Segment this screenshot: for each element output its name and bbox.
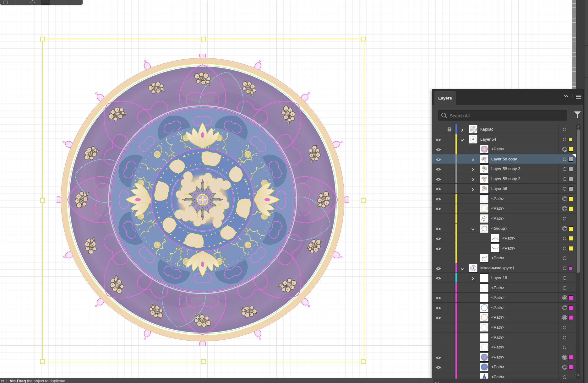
layer-name-label[interactable]: Layer 58 copy 2	[491, 176, 520, 181]
scroll-up-icon[interactable]: ˄	[577, 125, 580, 128]
layer-name-label[interactable]: <Path>	[502, 246, 515, 251]
lock-toggle[interactable]	[445, 362, 455, 372]
selection-color-chip[interactable]	[569, 246, 573, 251]
layer-thumbnail[interactable]	[480, 343, 489, 352]
layer-name-label[interactable]: <Path>	[491, 206, 504, 211]
visibility-toggle[interactable]	[432, 233, 445, 243]
search-input[interactable]	[449, 111, 564, 120]
layer-row[interactable]: <Path>	[432, 352, 576, 362]
target-indicator[interactable]	[562, 295, 567, 302]
selection-color-chip[interactable]	[569, 197, 573, 201]
layer-row[interactable]: <Group>	[432, 224, 576, 234]
selection-color-chip[interactable]	[569, 206, 573, 211]
layer-row[interactable]: Layer 58 copy	[432, 154, 576, 164]
layer-row[interactable]: <Path>	[432, 332, 576, 343]
visibility-toggle[interactable]	[432, 224, 445, 233]
layer-thumbnail[interactable]	[480, 165, 489, 173]
target-indicator[interactable]	[562, 186, 567, 193]
lock-toggle[interactable]	[445, 203, 455, 213]
selection-handle-w[interactable]	[40, 198, 45, 203]
lock-toggle[interactable]	[445, 224, 455, 233]
lock-toggle[interactable]	[445, 293, 455, 302]
lock-toggle[interactable]	[445, 273, 455, 283]
lock-toggle[interactable]	[445, 322, 455, 332]
visibility-toggle[interactable]	[432, 263, 445, 273]
lock-toggle[interactable]	[445, 263, 455, 273]
visibility-toggle[interactable]	[432, 342, 445, 352]
target-indicator[interactable]	[562, 285, 567, 292]
selection-color-chip[interactable]	[569, 365, 573, 370]
selection-color-chip[interactable]	[569, 147, 573, 152]
target-indicator[interactable]	[562, 147, 567, 153]
layer-row[interactable]: Маленькие круги1	[432, 263, 576, 273]
lock-toggle[interactable]	[445, 283, 455, 293]
visibility-toggle[interactable]	[432, 322, 445, 332]
visibility-toggle[interactable]	[432, 203, 445, 213]
layer-row[interactable]: Layer 58 copy 3	[432, 164, 576, 174]
expand-arrow-icon[interactable]	[471, 227, 475, 232]
layer-name-label[interactable]: <Path>	[491, 216, 504, 221]
layer-thumbnail[interactable]	[480, 353, 489, 362]
visibility-toggle[interactable]	[432, 194, 445, 203]
visibility-toggle[interactable]	[432, 253, 445, 263]
lock-toggle[interactable]	[445, 164, 455, 174]
layer-row[interactable]: <Path>	[432, 342, 576, 352]
visibility-toggle[interactable]	[432, 184, 445, 193]
selection-handle-se[interactable]	[361, 359, 366, 364]
layer-name-label[interactable]: <Path>	[491, 364, 504, 369]
layer-thumbnail[interactable]	[480, 293, 489, 302]
target-indicator[interactable]	[562, 166, 567, 173]
layer-name-label[interactable]: Layer 19	[491, 275, 507, 280]
layer-name-label[interactable]: <Path>	[491, 147, 504, 151]
layer-row[interactable]: <Path>	[432, 372, 576, 379]
layer-name-label[interactable]: <Group>	[491, 226, 507, 231]
layer-thumbnail[interactable]	[469, 264, 478, 272]
lock-toggle[interactable]	[445, 233, 455, 243]
lock-toggle[interactable]	[445, 342, 455, 352]
layer-thumbnail[interactable]	[480, 363, 489, 371]
visibility-toggle[interactable]	[432, 124, 445, 134]
panel-menu-icon[interactable]	[576, 95, 581, 100]
selection-handle-sw[interactable]	[40, 359, 45, 364]
layer-thumbnail[interactable]	[480, 224, 489, 233]
visibility-toggle[interactable]	[432, 303, 445, 312]
layer-name-label[interactable]: <Path>	[491, 256, 504, 260]
target-indicator[interactable]	[562, 375, 567, 379]
target-indicator[interactable]	[562, 325, 567, 332]
target-indicator[interactable]	[562, 216, 567, 223]
layer-thumbnail[interactable]	[480, 254, 489, 262]
target-indicator[interactable]	[562, 256, 567, 262]
layer-thumbnail[interactable]	[491, 244, 500, 253]
layer-row[interactable]: <Path>	[432, 362, 576, 372]
layer-row[interactable]: Layer 58 copy 2	[432, 174, 576, 184]
selection-handle-n[interactable]	[201, 37, 206, 41]
expand-arrow-icon[interactable]	[460, 127, 464, 133]
selection-color-chip[interactable]	[569, 226, 573, 231]
target-indicator[interactable]	[562, 206, 567, 213]
layer-row[interactable]: <Path>	[432, 253, 576, 263]
visibility-toggle[interactable]	[432, 352, 445, 362]
visibility-toggle[interactable]	[432, 293, 445, 302]
lock-toggle[interactable]	[445, 154, 455, 164]
layer-name-label[interactable]: <Path>	[491, 375, 504, 379]
layer-thumbnail[interactable]	[480, 145, 489, 154]
layer-name-label[interactable]: Layer 58 copy 3	[491, 166, 520, 171]
visibility-toggle[interactable]	[432, 312, 445, 322]
target-indicator[interactable]	[562, 266, 567, 272]
expand-arrow-icon[interactable]	[471, 157, 475, 163]
layer-thumbnail[interactable]	[480, 204, 489, 213]
layer-thumbnail[interactable]	[480, 184, 489, 193]
layer-row[interactable]: <Path>	[432, 283, 576, 293]
selection-color-chip[interactable]	[569, 267, 572, 270]
layer-row[interactable]: <Path>	[432, 243, 576, 253]
layer-thumbnail[interactable]	[480, 273, 489, 282]
selection-color-chip[interactable]	[569, 315, 573, 320]
layer-row[interactable]: Layer 19	[432, 273, 576, 283]
lock-toggle[interactable]	[445, 194, 455, 203]
selection-color-chip[interactable]	[569, 236, 573, 241]
layer-name-label[interactable]: Layer 58	[491, 186, 507, 191]
target-indicator[interactable]	[562, 305, 567, 312]
target-indicator[interactable]	[562, 226, 567, 233]
filter-icon[interactable]	[574, 111, 581, 118]
lock-toggle[interactable]	[445, 213, 455, 223]
